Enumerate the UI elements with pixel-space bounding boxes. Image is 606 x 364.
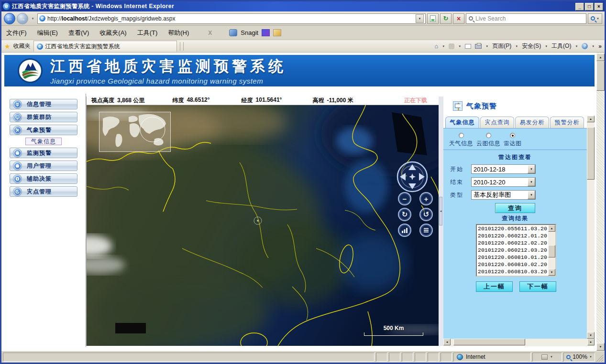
result-item[interactable]: 20101220.060810.02.20. [478,261,548,268]
zoom-in-button[interactable]: + [419,192,433,205]
toolbar-close-icon[interactable]: X [208,30,212,36]
start-date-select[interactable]: 2010-12-18 ▼ [471,164,536,174]
home-dropdown-icon[interactable]: ▼ [442,45,445,48]
zoom-control[interactable]: 100% ▼ [563,353,595,362]
safety-menu[interactable]: 安全(S) [522,42,541,50]
protected-dropdown-icon[interactable]: ▼ [550,355,553,358]
close-button[interactable]: × [595,3,603,11]
panel-vertical-scrollbar[interactable]: ▲ ▼ [587,116,595,339]
address-dropdown-button[interactable]: ▼ [416,14,424,23]
page-dropdown-icon[interactable]: ▼ [515,45,518,48]
next-image-button[interactable]: 下一幅 [519,281,556,292]
home-icon[interactable]: ⌂ [434,43,438,50]
sidebar-item-user-management[interactable]: 用户管理 [10,161,77,171]
browser-tab[interactable]: e 江西省地质灾害监测预警系统 [33,41,177,52]
radio-cloud-image[interactable] [486,133,491,138]
tools-menu[interactable]: 工具(O) [551,42,571,50]
snagit-icon[interactable] [229,29,237,36]
dropdown-icon[interactable]: ▼ [528,191,535,199]
sidebar-item-decision-support[interactable]: 辅助决策 [10,173,77,184]
panel-horizontal-scrollbar[interactable]: ◄ ► [443,339,595,346]
menu-view[interactable]: 查看(V) [68,29,89,37]
address-input[interactable]: e http://localhost/Jxdzwebgis_mapgis/gri… [37,13,426,24]
snagit-editor-icon[interactable] [262,29,270,36]
stop-button[interactable]: × [453,13,464,24]
type-select[interactable]: 基本反射率图 ▼ [471,190,536,200]
dropdown-icon[interactable]: ▼ [528,178,535,186]
refresh-button[interactable]: ↻ [440,13,452,24]
menu-favorites[interactable]: 收藏夹(A) [99,29,126,37]
compass-control[interactable] [397,161,428,193]
result-item[interactable]: 20101220.060810.03.20. [478,268,548,275]
scroll-thumb[interactable] [453,339,525,345]
dropdown-icon[interactable]: ▼ [528,165,535,173]
help-icon[interactable]: ? [582,43,588,49]
menu-help[interactable]: 帮助(H) [168,29,189,37]
rotate-ccw-button[interactable]: ↺ [419,208,433,221]
scroll-left-icon[interactable]: ◄ [443,339,451,345]
tools-dropdown-icon[interactable]: ▼ [575,45,578,48]
result-item[interactable]: 20101220.060212.01.20. [478,232,548,239]
favorites-star-icon[interactable]: ★ [4,43,11,50]
help-dropdown-icon[interactable]: ▼ [592,45,595,48]
safety-dropdown-icon[interactable]: ▼ [545,45,548,48]
scroll-thumb[interactable] [587,127,595,180]
favorites-label[interactable]: 收藏夹 [13,42,31,50]
sidebar-item-monitoring-warning[interactable]: 监测预警 [10,148,77,158]
read-mail-icon[interactable] [465,44,471,49]
result-item[interactable]: 20101220.060810.01.20. [478,254,548,261]
sidebar-item-disaster-management[interactable]: 灾点管理 [10,186,77,197]
zoom-dropdown-icon[interactable]: ▼ [589,355,592,358]
rotate-cw-button[interactable]: ↻ [398,208,411,221]
scroll-up-icon[interactable]: ▲ [596,54,605,61]
menu-tools[interactable]: 工具(T) [137,29,158,37]
forward-button[interactable]: → [17,13,28,24]
menu-edit[interactable]: 编辑(E) [37,29,58,37]
previous-image-button[interactable]: 上一幅 [476,281,513,292]
sidebar-item-group-prevention[interactable]: 群策群防 [10,112,77,122]
result-item[interactable]: 20101220.055611.03.20. [478,225,548,232]
sidebar-subitem-weather-info[interactable]: 气象信息 [25,138,62,145]
print-dropdown-icon[interactable]: ▼ [485,45,488,48]
scroll-thumb[interactable] [548,245,555,257]
splitter-collapse-icon[interactable]: ◄ [439,197,442,225]
zoom-out-button[interactable]: − [398,192,411,205]
sidebar-item-weather-warning[interactable]: 气象预警 [10,125,77,135]
radio-radar-image[interactable] [510,133,515,138]
scroll-up-icon[interactable]: ▲ [548,225,555,232]
scroll-up-icon[interactable]: ▲ [587,116,595,122]
scroll-down-icon[interactable]: ▼ [587,332,595,339]
search-input[interactable]: Live Search [466,13,586,24]
tab-weather-info[interactable]: 气象信息 [445,117,479,128]
snagit-capture-icon[interactable] [273,29,281,36]
snagit-label[interactable]: Snagit [241,29,258,36]
tilt-bars-button[interactable] [398,224,411,237]
layers-button[interactable] [419,224,433,237]
back-button[interactable]: ← [4,13,15,24]
compatibility-view-button[interactable] [427,13,439,24]
map-canvas[interactable]: − + ↻ ↺ 500 Km [87,105,439,346]
tab-warning-analysis[interactable]: 预警分析 [550,117,584,128]
radio-weather-info[interactable] [459,133,464,138]
query-button[interactable]: 查询 [495,203,535,213]
panel-splitter[interactable]: ◄ [439,96,443,346]
list-scrollbar[interactable]: ▲ ▼ [548,225,555,276]
result-item[interactable]: 20101220.060212.03.20. [478,246,548,254]
history-dropdown-icon[interactable]: ▼ [30,14,36,23]
world-overview-inset[interactable] [99,112,171,152]
minimize-button[interactable]: _ [575,3,584,11]
resize-grip[interactable] [596,353,603,362]
search-go-button[interactable]: ▼ [588,13,602,24]
menu-file[interactable]: 文件(F) [6,29,27,37]
protected-mode-control[interactable]: ▼ [532,353,562,362]
print-icon[interactable] [475,44,482,49]
browser-vertical-scrollbar[interactable]: ▲ ▼ [596,53,605,351]
toolbar-overflow-icon[interactable]: » [598,43,602,50]
scroll-right-icon[interactable]: ► [587,339,595,345]
scroll-down-icon[interactable]: ▼ [548,269,555,276]
feed-icon[interactable] [449,43,454,49]
feed-dropdown-icon[interactable]: ▼ [458,45,461,48]
scroll-down-icon[interactable]: ▼ [596,343,605,351]
maximize-button[interactable]: □ [585,3,594,11]
scroll-thumb[interactable] [596,61,605,91]
